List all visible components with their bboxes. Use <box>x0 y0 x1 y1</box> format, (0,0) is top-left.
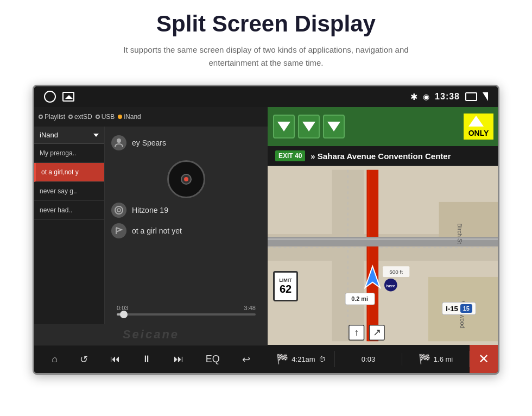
tab-label-inand: iNand <box>124 113 141 121</box>
status-right: ✱ ◉ 13:38 <box>410 92 488 102</box>
eq-button[interactable]: EQ <box>200 350 225 368</box>
tab-label-extsd: extSD <box>74 113 92 121</box>
nav-elapsed-value: 0:03 <box>362 355 375 363</box>
nav-arrow-1 <box>273 115 295 138</box>
svg-text:↗: ↗ <box>373 327 381 338</box>
playlist-item-0[interactable]: My preroga.. <box>34 144 104 163</box>
source-tabs: Playlist extSD USB iNand <box>34 107 268 127</box>
nav-arrow-2 <box>298 115 320 138</box>
album-art <box>167 160 205 198</box>
playlist-item-1[interactable]: ot a girl,not y <box>34 163 104 182</box>
arrow-down-icon-1 <box>277 122 290 131</box>
music-content: iNand My preroga.. ot a girl,not y never… <box>34 127 268 324</box>
nav-panel: ONLY EXIT 40 » Sahara Avenue Convention … <box>268 107 498 373</box>
source-selector[interactable]: iNand <box>34 127 104 144</box>
split-area: Playlist extSD USB iNand <box>34 107 498 373</box>
circle-icon <box>44 91 56 103</box>
back-icon <box>483 92 488 101</box>
map-area: Birch St Westwood here 0.2 mi 500 ft <box>268 166 498 345</box>
svg-point-1 <box>115 206 123 214</box>
svg-text:500 ft: 500 ft <box>389 269 403 275</box>
progress-area: 0:03 3:48 <box>111 300 261 320</box>
home-button[interactable]: ⌂ <box>46 350 63 368</box>
exit-text: » Sahara Avenue Convention Center <box>311 152 451 161</box>
speed-sign: LIMIT 62 <box>273 271 298 301</box>
back-button[interactable]: ↩ <box>237 350 256 369</box>
tab-usb[interactable]: USB <box>96 113 115 121</box>
nav-remaining-value: 1.6 mi <box>434 355 453 363</box>
close-button[interactable]: ✕ <box>470 345 498 373</box>
tab-label-playlist: Playlist <box>45 113 65 121</box>
artist-name: ey Spears <box>132 138 166 147</box>
tab-extsd[interactable]: extSD <box>68 113 92 121</box>
now-playing: ey Spears <box>105 127 268 324</box>
tab-playlist[interactable]: Playlist <box>39 113 65 121</box>
tab-dot-usb <box>96 115 100 119</box>
arrow-down-icon-3 <box>327 122 340 131</box>
highway-text: I-15 <box>446 305 458 313</box>
only-label: ONLY <box>468 129 489 137</box>
nav-eta-value: 4:21am <box>292 355 315 363</box>
album-art-dot <box>184 177 188 181</box>
page-subtitle: It supports the same screen display of t… <box>119 43 413 70</box>
location-icon: ◉ <box>423 92 429 101</box>
nav-remaining: 🏁 1.6 mi <box>402 351 470 367</box>
flag-icon-2: 🏁 <box>419 353 430 365</box>
watermark: Seicane <box>34 324 268 345</box>
nav-eta: 🏁 4:21am ⏱ <box>268 351 335 367</box>
nav-bottom-bar: 🏁 4:21am ⏱ 0:03 🏁 1.6 mi ✕ <box>268 345 498 373</box>
status-time: 13:38 <box>435 92 460 102</box>
screen-icon <box>465 92 477 101</box>
status-left <box>44 91 74 103</box>
map-svg: Birch St Westwood here 0.2 mi 500 ft <box>268 166 498 345</box>
page-title: Split Screen Display <box>156 11 376 37</box>
svg-point-0 <box>117 138 121 143</box>
flag-icon-1: 🏁 <box>276 353 288 365</box>
chevron-down-icon <box>93 134 99 137</box>
exit-badge: EXIT 40 <box>275 150 305 161</box>
album-art-inner <box>181 174 192 185</box>
only-arrow-icon <box>468 116 484 127</box>
nav-arrow-3 <box>323 115 345 138</box>
repeat-button[interactable]: ↺ <box>74 350 93 369</box>
bluetooth-icon: ✱ <box>410 92 417 102</box>
progress-bar[interactable] <box>117 313 256 316</box>
artist-row: ey Spears <box>111 135 261 150</box>
speed-limit-label: LIMIT <box>279 278 292 283</box>
only-box: ONLY <box>464 114 493 140</box>
tab-dot-extsd <box>68 115 73 119</box>
album-row: Hitzone 19 <box>111 203 261 218</box>
nav-top-sign: ONLY <box>268 107 498 146</box>
album-name: Hitzone 19 <box>132 206 168 215</box>
playlist-item-3[interactable]: never had.. <box>34 201 104 220</box>
track-row: ot a girl not yet <box>111 223 261 238</box>
nav-elapsed: 0:03 <box>335 353 402 365</box>
clock-icon: ⏱ <box>319 355 326 363</box>
play-pause-button[interactable]: ⏸ <box>136 350 157 368</box>
tab-label-usb: USB <box>102 113 115 121</box>
nav-exit-banner: EXIT 40 » Sahara Avenue Convention Cente… <box>268 146 498 166</box>
svg-point-2 <box>117 209 121 212</box>
svg-text:here: here <box>386 283 395 288</box>
track-name: ot a girl not yet <box>132 226 182 235</box>
prev-button[interactable]: ⏮ <box>105 350 125 368</box>
status-bar: ✱ ◉ 13:38 <box>34 86 498 107</box>
tab-dot-inand <box>118 115 122 119</box>
controls-bar: ⌂ ↺ ⏮ ⏸ ⏭ EQ ↩ <box>34 345 268 373</box>
speed-number: 62 <box>280 283 292 295</box>
device-frame: ✱ ◉ 13:38 Playlist extSD <box>33 85 499 375</box>
track-icon <box>111 223 126 238</box>
birch-st-label: Birch St <box>457 223 463 244</box>
highway-shield: 15 <box>460 304 472 313</box>
nav-arrows <box>268 107 350 146</box>
progress-thumb <box>120 311 128 318</box>
source-selector-label: iNand <box>40 131 58 139</box>
highway-badge: I-15 15 <box>442 302 476 315</box>
tab-inand[interactable]: iNand <box>118 113 141 121</box>
music-panel: Playlist extSD USB iNand <box>34 107 268 373</box>
svg-text:↑: ↑ <box>354 327 359 338</box>
album-icon <box>111 203 126 218</box>
next-button[interactable]: ⏭ <box>168 350 189 368</box>
tab-dot-playlist <box>39 115 43 119</box>
playlist-item-2[interactable]: never say g.. <box>34 182 104 201</box>
